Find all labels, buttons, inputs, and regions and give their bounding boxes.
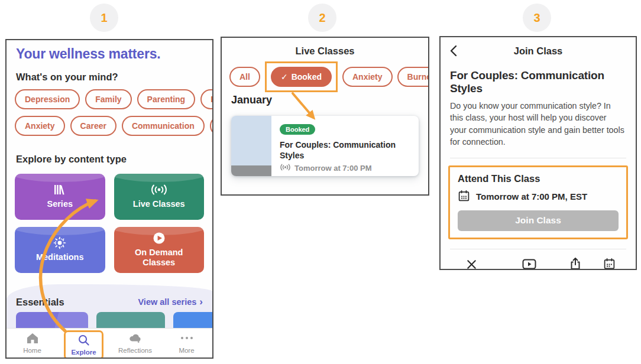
home-icon: [26, 332, 39, 345]
view-all-series-link[interactable]: View all series ›: [138, 296, 203, 308]
content-type-heading: Explore by content type: [16, 154, 203, 165]
annotation-highlight-booked: ✓ Booked: [265, 61, 338, 92]
step-number-3: 3: [523, 4, 551, 32]
nav-item-explore[interactable]: Explore: [58, 330, 109, 356]
nav-label: Explore: [71, 349, 96, 356]
filter-chip-row: All ✓ Booked Anxiety Burnout: [229, 62, 428, 92]
nav-label: Home: [23, 347, 41, 354]
attend-time-text: Tomorrow at 7:00 PM, EST: [476, 191, 587, 202]
cancel-class-action[interactable]: Cancel Class: [449, 256, 494, 270]
topic-chip-co[interactable]: Co: [210, 116, 213, 136]
topic-chip-career[interactable]: Career: [70, 116, 116, 136]
share-action[interactable]: Share: [565, 256, 585, 270]
topic-chip-row-1: Depression Family Parenting Pers: [15, 89, 212, 109]
tile-on-demand-classes[interactable]: On Demand Classes: [114, 227, 205, 273]
nav-label: Reflections: [118, 347, 152, 354]
tile-series[interactable]: Series: [15, 174, 105, 220]
divider: [450, 249, 626, 249]
calendar-icon: [603, 256, 616, 270]
wellness-title: Your wellness matters.: [16, 46, 203, 62]
tile-label: Series: [33, 199, 87, 209]
play-circle-icon: [153, 232, 166, 244]
panel-live-classes-screen: Live Classes All ✓ Booked Anxiety Burnou…: [221, 37, 429, 196]
nav-item-reflections[interactable]: Reflections: [109, 332, 161, 354]
calendar-icon: [458, 190, 470, 204]
step-number-2: 2: [308, 4, 336, 32]
nav-label: More: [179, 347, 194, 354]
tile-meditations[interactable]: Meditations: [15, 227, 105, 273]
filter-chip-burnout[interactable]: Burnout: [397, 67, 429, 87]
play-on-demand-icon: [522, 256, 536, 270]
more-dots-icon: [179, 332, 195, 345]
tile-label: Live Classes: [119, 199, 199, 209]
topic-chip-family[interactable]: Family: [85, 89, 131, 109]
topic-chip-parenting[interactable]: Parenting: [137, 89, 196, 109]
attend-heading: Attend This Class: [458, 173, 619, 184]
step-number-1: 1: [90, 4, 118, 32]
nav-item-home[interactable]: Home: [7, 332, 58, 354]
topic-chip-anxiety[interactable]: Anxiety: [15, 116, 65, 136]
topic-chip-row-2: Anxiety Career Communication Co: [15, 116, 212, 136]
topic-chip-depression[interactable]: Depression: [15, 89, 80, 109]
tutorial-canvas: 1 2 3 Your wellness matters. What's on y…: [0, 0, 641, 364]
sun-icon: [53, 237, 66, 249]
live-classes-title: Live Classes: [222, 46, 428, 57]
back-chevron-icon[interactable]: [449, 45, 457, 59]
filter-chip-all[interactable]: All: [229, 67, 260, 87]
live-broadcast-icon: [280, 164, 291, 173]
add-to-cal-action[interactable]: Add to Cal: [591, 256, 627, 270]
class-card-time: Tomorrow at 7:00 PM: [294, 164, 372, 173]
search-icon: [77, 334, 90, 347]
filter-label: Booked: [292, 72, 322, 82]
filter-chip-anxiety[interactable]: Anxiety: [342, 67, 393, 87]
class-card-title: For Couples: Communication Styles: [280, 139, 407, 161]
share-icon: [569, 256, 581, 270]
topic-chip-personal[interactable]: Pers: [200, 89, 213, 109]
check-icon: ✓: [281, 72, 288, 82]
mind-heading: What's on your mind?: [16, 72, 203, 83]
tile-label: On Demand Classes: [114, 248, 205, 268]
view-all-label: View all series: [138, 297, 196, 307]
x-icon: [466, 256, 477, 270]
tile-live-classes[interactable]: Live Classes: [114, 174, 205, 220]
filter-chip-booked[interactable]: ✓ Booked: [271, 67, 332, 87]
topic-chip-communication[interactable]: Communication: [122, 116, 205, 136]
divider: [450, 158, 626, 158]
essentials-heading: Essentials: [16, 297, 64, 308]
bottom-navbar: Home Explore Reflections: [7, 328, 212, 358]
join-class-header-title: Join Class: [441, 46, 636, 57]
annotation-highlight-explore: Explore: [64, 330, 103, 359]
content-type-grid: Series Live Classes Meditations On Deman…: [15, 174, 204, 273]
class-actions-row: Cancel Class Play On Demand Share Add to…: [449, 256, 627, 270]
class-description: Do you know your communication style? In…: [450, 100, 625, 148]
essentials-section: Essentials View all series ›: [7, 284, 212, 328]
panel-explore-screen: Your wellness matters. What's on your mi…: [5, 39, 213, 359]
booked-status-badge: Booked: [280, 124, 315, 135]
nav-item-more[interactable]: More: [161, 332, 212, 354]
chevron-right-icon: ›: [199, 296, 203, 308]
month-heading: January: [231, 94, 428, 106]
live-broadcast-icon: [150, 184, 168, 196]
booked-class-card[interactable]: Booked For Couples: Communication Styles…: [231, 116, 419, 176]
class-thumbnail: [231, 116, 271, 176]
play-on-demand-action[interactable]: Play On Demand: [500, 256, 559, 270]
panel-join-class-screen: Join Class For Couples: Communication St…: [439, 36, 637, 270]
class-title: For Couples: Communication Styles: [450, 69, 626, 95]
cloud-icon: [128, 332, 143, 345]
tile-label: Meditations: [22, 252, 98, 262]
join-class-button[interactable]: Join Class: [458, 210, 619, 231]
annotation-highlight-attend-section: Attend This Class Tomorrow at 7:00 PM, E…: [448, 165, 628, 239]
books-icon: [52, 184, 67, 196]
